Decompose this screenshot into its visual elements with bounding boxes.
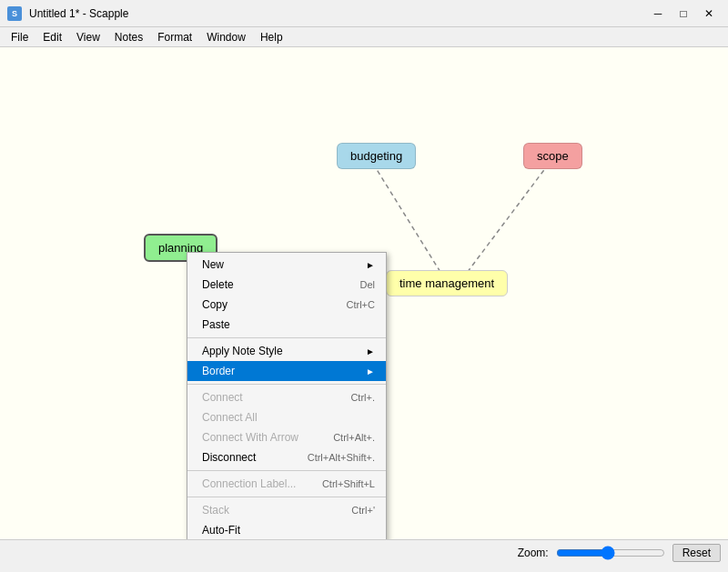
- ctx-paste[interactable]: Paste: [187, 315, 386, 335]
- ctx-delete[interactable]: Delete Del: [187, 275, 386, 295]
- note-budgeting[interactable]: budgeting: [337, 143, 416, 169]
- status-bar: Zoom: Reset: [0, 539, 728, 565]
- ctx-connection-label: Connection Label... Ctrl+Shift+L: [187, 474, 386, 494]
- zoom-slider[interactable]: [556, 546, 665, 560]
- ctx-border-arrow: ►: [366, 366, 375, 376]
- menu-bar: File Edit View Notes Format Window Help: [0, 27, 728, 47]
- reset-button[interactable]: Reset: [672, 544, 721, 562]
- ctx-sep2: [187, 384, 386, 385]
- menu-format[interactable]: Format: [150, 27, 199, 47]
- title-bar: S Untitled 1* - Scapple ─ □ ✕: [0, 0, 728, 27]
- menu-file[interactable]: File: [4, 27, 35, 47]
- note-scope[interactable]: scope: [523, 143, 582, 169]
- ctx-disconnect[interactable]: Disconnect Ctrl+Alt+Shift+.: [187, 447, 386, 467]
- menu-edit[interactable]: Edit: [35, 27, 69, 47]
- ctx-copy[interactable]: Copy Ctrl+C: [187, 295, 386, 315]
- close-button[interactable]: ✕: [697, 4, 721, 24]
- ctx-connect-all: Connect All: [187, 407, 386, 427]
- ctx-sep3: [187, 470, 386, 471]
- ctx-sep4: [187, 497, 386, 497]
- ctx-border[interactable]: Border ►: [187, 361, 386, 381]
- window-title: Untitled 1* - Scapple: [29, 7, 128, 20]
- svg-line-1: [464, 164, 549, 276]
- ctx-stack: Stack Ctrl+': [187, 500, 386, 520]
- ctx-new-arrow: ►: [366, 260, 375, 270]
- menu-view[interactable]: View: [69, 27, 107, 47]
- menu-window[interactable]: Window: [199, 27, 253, 47]
- ctx-apply-note-style[interactable]: Apply Note Style ►: [187, 341, 386, 361]
- canvas[interactable]: budgeting scope planning time management…: [0, 47, 728, 539]
- zoom-label: Zoom:: [518, 547, 549, 559]
- ctx-apply-note-style-arrow: ►: [366, 346, 375, 356]
- minimize-button[interactable]: ─: [646, 4, 670, 24]
- maximize-button[interactable]: □: [672, 4, 695, 24]
- ctx-new[interactable]: New ►: [187, 255, 386, 275]
- ctx-sep1: [187, 337, 386, 338]
- window-controls: ─ □ ✕: [646, 4, 721, 24]
- ctx-connect-with-arrow: Connect With Arrow Ctrl+Alt+.: [187, 427, 386, 447]
- ctx-connect: Connect Ctrl+.: [187, 387, 386, 407]
- menu-notes[interactable]: Notes: [107, 27, 150, 47]
- note-time-management[interactable]: time management: [386, 270, 508, 296]
- app-icon: S: [7, 6, 22, 21]
- ctx-auto-fit[interactable]: Auto-Fit: [187, 520, 386, 539]
- context-menu: New ► Delete Del Copy Ctrl+C Paste Apply…: [187, 252, 387, 539]
- menu-help[interactable]: Help: [253, 27, 290, 47]
